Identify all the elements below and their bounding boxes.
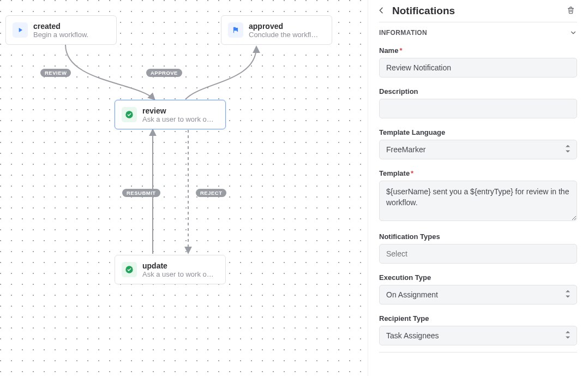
edge-label-approve[interactable]: APPROVE xyxy=(146,69,182,77)
node-title: approved xyxy=(249,22,318,31)
check-circle-icon xyxy=(122,107,137,122)
back-button[interactable] xyxy=(374,3,389,19)
node-review[interactable]: review Ask a user to work o… xyxy=(115,100,226,129)
node-title: review xyxy=(142,106,214,115)
edge-label-review[interactable]: REVIEW xyxy=(40,69,71,77)
node-subtitle: Begin a workflow. xyxy=(33,31,88,39)
notification-types-field[interactable] xyxy=(379,244,577,264)
panel-title: Notifications xyxy=(392,5,455,17)
section-title: INFORMATION xyxy=(379,29,427,37)
node-subtitle: Conclude the workfl… xyxy=(249,31,318,39)
node-approved[interactable]: approved Conclude the workfl… xyxy=(221,15,332,45)
chevron-down-icon xyxy=(569,29,577,37)
edge-label-resubmit[interactable]: RESUBMIT xyxy=(122,189,160,197)
node-created[interactable]: created Begin a workflow. xyxy=(5,15,117,45)
section-information: INFORMATION Name* Description Template L… xyxy=(379,22,577,353)
flag-icon xyxy=(228,22,243,38)
properties-panel: Notifications INFORMATION Name* xyxy=(368,0,588,376)
node-subtitle: Ask a user to work o… xyxy=(142,270,214,278)
panel-header: Notifications xyxy=(368,0,588,22)
name-label: Name* xyxy=(379,46,577,55)
workflow-canvas[interactable]: created Begin a workflow. approved Concl… xyxy=(0,0,368,376)
execution-type-label: Execution Type xyxy=(379,273,577,282)
node-title: update xyxy=(142,261,214,270)
template-language-label: Template Language xyxy=(379,128,577,136)
template-label: Template* xyxy=(379,169,577,177)
delete-button[interactable] xyxy=(563,3,578,19)
recipient-type-label: Recipient Type xyxy=(379,314,577,323)
execution-type-select[interactable]: On Assignment xyxy=(379,285,577,305)
recipient-type-select[interactable]: Task Assignees xyxy=(379,326,577,345)
section-toggle[interactable]: INFORMATION xyxy=(379,29,577,37)
template-textarea[interactable] xyxy=(379,181,577,221)
name-field[interactable] xyxy=(379,58,577,77)
trash-icon xyxy=(567,6,575,16)
check-circle-icon xyxy=(122,262,137,277)
node-update[interactable]: update Ask a user to work o… xyxy=(115,255,226,284)
notification-types-label: Notification Types xyxy=(379,232,577,241)
play-icon xyxy=(13,22,28,38)
description-field[interactable] xyxy=(379,99,577,118)
description-label: Description xyxy=(379,87,577,96)
chevron-left-icon xyxy=(377,6,386,16)
template-language-select[interactable]: FreeMarker xyxy=(379,140,577,159)
edge-layer xyxy=(0,0,368,376)
node-title: created xyxy=(33,22,88,31)
node-subtitle: Ask a user to work o… xyxy=(142,115,214,123)
edge-label-reject[interactable]: REJECT xyxy=(196,189,226,197)
